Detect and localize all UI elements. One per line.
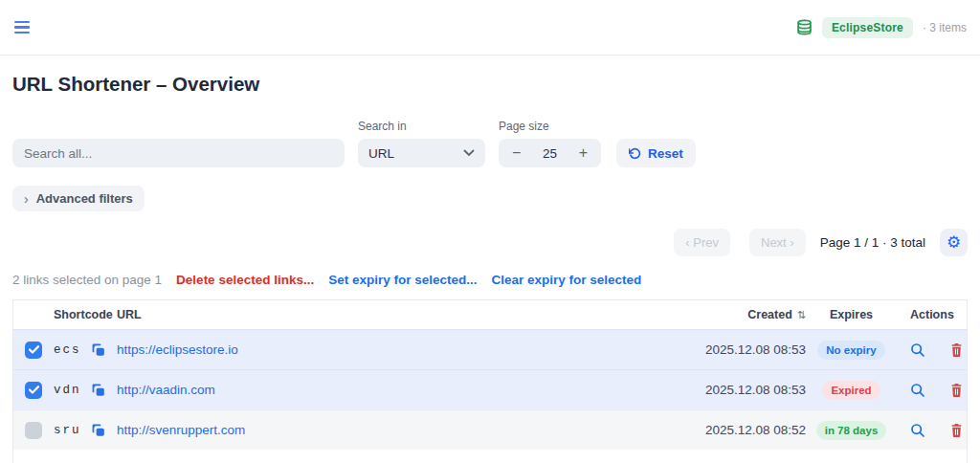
created-value: 2025.12.08 08:53 (681, 383, 806, 397)
database-icon (796, 19, 813, 35)
table-row: vdn http://vaadin.com 2025.12.08 08:53 E… (13, 369, 967, 409)
expiry-badge: Expired (822, 381, 880, 400)
search-in-select[interactable]: URL (358, 139, 485, 167)
hamburger-menu-button[interactable] (14, 15, 39, 40)
selection-row: 2 links selected on page 1 Delete select… (12, 273, 968, 287)
chevron-down-icon (463, 149, 475, 157)
url-link[interactable]: https://eclipsestore.io (117, 342, 238, 357)
header-shortcode: Shortcode (54, 308, 92, 321)
shortcode-value: sru (54, 424, 92, 437)
prev-page-button[interactable]: ‹ Prev (674, 229, 730, 256)
row-checkbox[interactable] (25, 422, 42, 439)
clear-expiry-button[interactable]: Clear expiry for selected (492, 273, 642, 287)
sort-arrows-icon: ⇅ (797, 309, 806, 321)
search-in-field: Search in URL (358, 120, 485, 167)
page-size-value: 25 (543, 146, 557, 161)
expiry-badge: No expiry (817, 341, 884, 360)
url-link[interactable]: http://vaadin.com (117, 383, 215, 397)
advanced-filters-button[interactable]: › Advanced filters (12, 186, 145, 211)
search-input[interactable] (12, 139, 345, 167)
store-badge: EclipseStore (822, 17, 913, 38)
trash-icon (950, 423, 963, 437)
table-header-row: Shortcode URL Created ⇅ Expires Actions (13, 300, 967, 329)
copy-button[interactable] (92, 424, 117, 437)
row-checkbox[interactable] (25, 382, 42, 399)
next-page-button[interactable]: Next › (749, 229, 806, 256)
page-status: Page 1 / 1 · 3 total (820, 235, 925, 250)
reset-label: Reset (648, 146, 683, 161)
rotate-ccw-icon (629, 147, 641, 160)
selection-info: 2 links selected on page 1 (12, 273, 162, 287)
search-in-label: Search in (358, 120, 485, 133)
copy-button[interactable] (92, 384, 117, 397)
page-title: URL Shortener – Overview (12, 73, 968, 96)
delete-selected-button[interactable]: Delete selected links... (176, 273, 314, 287)
reset-button[interactable]: Reset (616, 139, 696, 167)
magnifier-icon (910, 383, 925, 398)
shortcode-value: vdn (54, 384, 92, 397)
page-size-stepper: − 25 + (499, 139, 601, 167)
created-value: 2025.12.08 08:53 (681, 342, 806, 357)
advanced-filters-label: Advanced filters (36, 191, 133, 206)
created-value: 2025.12.08 08:52 (681, 423, 806, 437)
header-actions: Actions (897, 308, 967, 321)
trash-icon (950, 383, 963, 397)
pagination-bar: ‹ Prev Next › Page 1 / 1 · 3 total ⚙ (12, 229, 968, 256)
delete-link-button[interactable] (950, 383, 963, 397)
copy-icon (92, 343, 105, 357)
copy-icon (92, 384, 105, 397)
topbar: EclipseStore · 3 items (0, 0, 980, 55)
search-field (12, 139, 345, 167)
trash-icon (950, 342, 963, 357)
topbar-right: EclipseStore · 3 items (796, 17, 967, 38)
copy-button[interactable] (92, 343, 117, 357)
chevron-right-icon: › (24, 191, 29, 207)
table-row: ecs https://eclipsestore.io 2025.12.08 0… (13, 329, 967, 369)
row-checkbox[interactable] (25, 342, 42, 359)
delete-link-button[interactable] (950, 342, 963, 357)
gear-icon: ⚙ (947, 234, 961, 251)
header-created[interactable]: Created ⇅ (681, 308, 806, 321)
copy-icon (92, 424, 105, 437)
delete-link-button[interactable] (950, 423, 963, 437)
expiry-badge: in 78 days (816, 421, 887, 440)
table-row: sru http://svenruppert.com 2025.12.08 08… (13, 409, 967, 450)
settings-button[interactable]: ⚙ (940, 229, 968, 256)
set-expiry-button[interactable]: Set expiry for selected... (328, 273, 477, 287)
magnifier-icon (910, 342, 925, 358)
filter-row: Search in URL Page size − 25 + Reset (12, 120, 968, 167)
search-in-value: URL (368, 146, 394, 161)
url-link[interactable]: http://svenruppert.com (117, 423, 245, 437)
view-link-button[interactable] (910, 342, 925, 358)
view-link-button[interactable] (910, 423, 925, 438)
page-size-decrease-button[interactable]: − (510, 145, 523, 161)
hamburger-icon (14, 21, 30, 24)
page-size-label: Page size (499, 120, 601, 133)
header-expires: Expires (806, 308, 897, 321)
magnifier-icon (910, 423, 925, 438)
check-icon (29, 386, 39, 394)
header-url: URL (117, 308, 681, 321)
page-size-increase-button[interactable]: + (577, 145, 590, 161)
page-size-field: Page size − 25 + (499, 120, 601, 167)
check-icon (29, 345, 39, 354)
items-count: · 3 items (923, 21, 967, 34)
view-link-button[interactable] (910, 383, 925, 398)
links-table: Shortcode URL Created ⇅ Expires Actions … (12, 299, 968, 463)
shortcode-value: ecs (54, 343, 92, 357)
